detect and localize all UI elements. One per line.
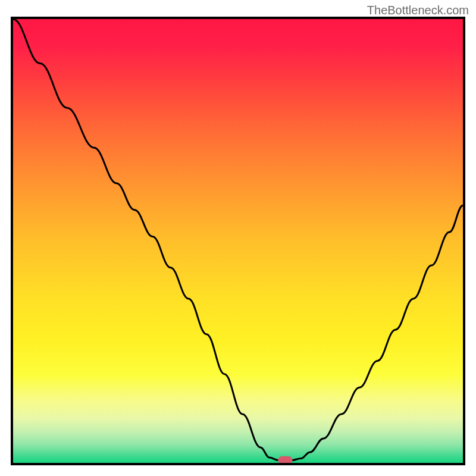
chart-background [13,19,463,463]
chart-container: TheBottleneck.com [0,0,476,476]
bottleneck-chart [0,0,476,476]
watermark-text: TheBottleneck.com [367,4,469,17]
